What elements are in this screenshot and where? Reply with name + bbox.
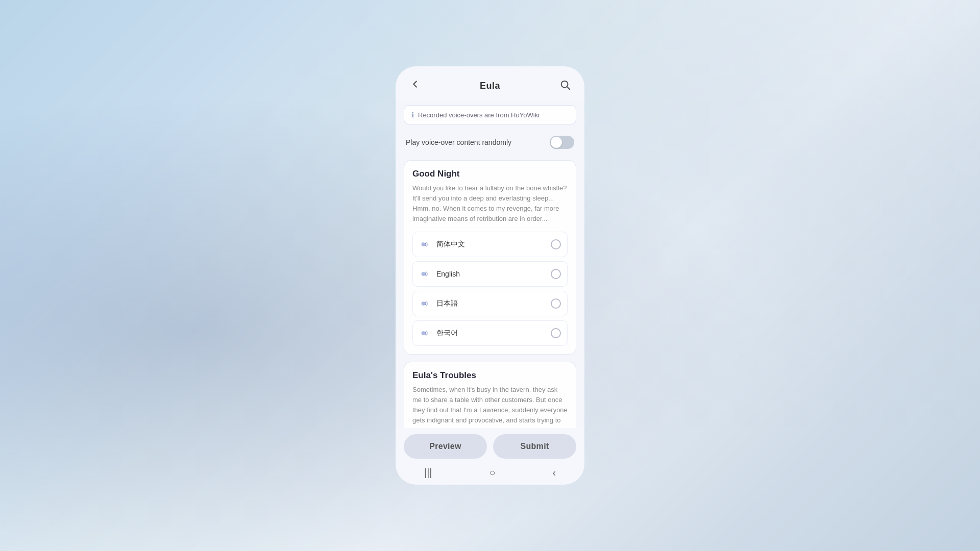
menu-icon: ||| bbox=[424, 467, 432, 479]
phone-container: Eula ℹ Recorded voice-overs are from HoY… bbox=[396, 66, 584, 485]
nav-home-button[interactable]: ○ bbox=[489, 467, 495, 479]
lang-option-ja[interactable]: 日本語 bbox=[412, 291, 568, 316]
nav-menu-button[interactable]: ||| bbox=[424, 467, 432, 479]
lang-option-en[interactable]: English bbox=[412, 261, 568, 287]
screen: Eula ℹ Recorded voice-overs are from HoY… bbox=[396, 66, 584, 485]
toggle-knob bbox=[551, 137, 562, 148]
home-icon: ○ bbox=[489, 467, 495, 479]
svg-point-5 bbox=[422, 331, 425, 335]
eulas-troubles-card: Eula's Troubles Sometimes, when it's bus… bbox=[404, 362, 576, 428]
good-night-description: Would you like to hear a lullaby on the … bbox=[412, 183, 568, 224]
search-button[interactable] bbox=[556, 77, 574, 95]
svg-point-4 bbox=[422, 302, 425, 305]
lang-text-en: English bbox=[436, 270, 460, 278]
svg-point-2 bbox=[422, 242, 425, 246]
lang-left-zh: 简体中文 bbox=[419, 238, 465, 251]
nav-back-button[interactable]: ‹ bbox=[552, 467, 556, 479]
svg-line-1 bbox=[567, 87, 570, 89]
lang-text-ko: 한국어 bbox=[436, 329, 458, 338]
header: Eula bbox=[396, 66, 584, 100]
radio-zh[interactable] bbox=[551, 239, 561, 249]
bottom-bar: Preview Submit bbox=[396, 428, 584, 463]
eulas-troubles-description: Sometimes, when it's busy in the tavern,… bbox=[412, 385, 568, 428]
info-icon: ℹ bbox=[411, 111, 414, 119]
good-night-title: Good Night bbox=[412, 169, 568, 179]
lang-option-ko[interactable]: 한국어 bbox=[412, 320, 568, 346]
radio-ja[interactable] bbox=[551, 298, 561, 309]
toggle-label: Play voice-over content randomly bbox=[406, 138, 511, 146]
content-area: ℹ Recorded voice-overs are from HoYoWiki… bbox=[396, 100, 584, 428]
lang-option-zh[interactable]: 简体中文 bbox=[412, 232, 568, 257]
radio-ko[interactable] bbox=[551, 328, 561, 338]
play-random-toggle[interactable] bbox=[550, 136, 574, 149]
info-text: Recorded voice-overs are from HoYoWiki bbox=[418, 111, 540, 119]
submit-button[interactable]: Submit bbox=[493, 434, 576, 459]
sound-icon-ko bbox=[419, 327, 431, 339]
svg-point-3 bbox=[422, 272, 425, 276]
back-button[interactable] bbox=[406, 77, 424, 95]
nav-bar: ||| ○ ‹ bbox=[396, 463, 584, 485]
sound-icon-zh bbox=[419, 238, 431, 251]
lang-text-ja: 日本語 bbox=[436, 299, 458, 308]
sound-icon-ja bbox=[419, 297, 431, 310]
lang-left-ko: 한국어 bbox=[419, 327, 458, 339]
lang-left-ja: 日本語 bbox=[419, 297, 458, 310]
eulas-troubles-title: Eula's Troubles bbox=[412, 370, 568, 381]
lang-text-zh: 简体中文 bbox=[436, 240, 465, 249]
back-icon bbox=[409, 79, 421, 93]
page-title: Eula bbox=[480, 81, 500, 91]
good-night-card: Good Night Would you like to hear a lull… bbox=[404, 160, 576, 355]
lang-left-en: English bbox=[419, 268, 460, 280]
sound-icon-en bbox=[419, 268, 431, 280]
radio-en[interactable] bbox=[551, 269, 561, 279]
info-banner: ℹ Recorded voice-overs are from HoYoWiki bbox=[404, 105, 576, 124]
nav-back-icon: ‹ bbox=[552, 467, 556, 479]
search-icon bbox=[559, 79, 571, 93]
preview-button[interactable]: Preview bbox=[404, 434, 487, 459]
toggle-row: Play voice-over content randomly bbox=[404, 131, 576, 154]
